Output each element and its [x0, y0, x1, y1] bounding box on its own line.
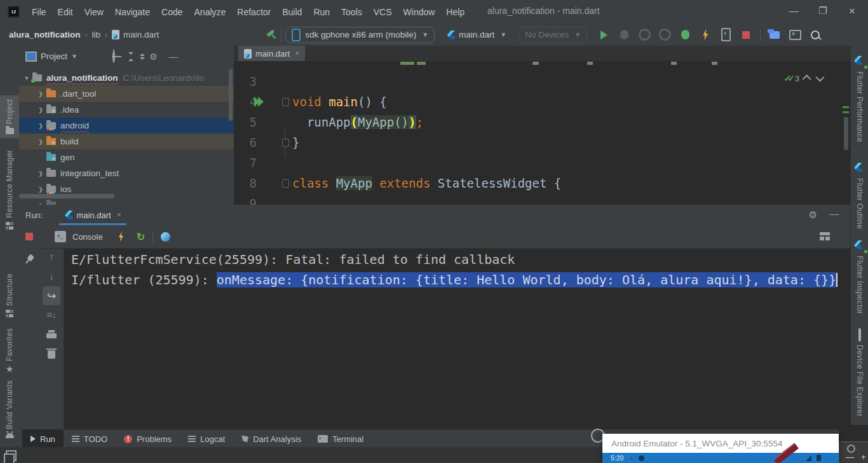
stop-button[interactable]	[739, 28, 753, 42]
bottom-tab-dart-analysis[interactable]: Dart Analysis	[233, 430, 309, 448]
console-tab[interactable]: Console	[72, 232, 103, 242]
menu-view[interactable]: View	[79, 4, 109, 20]
sidebar-item-flutter-inspector[interactable]: Flutter Inspector	[851, 237, 868, 318]
menu-file[interactable]: File	[26, 4, 52, 20]
code-line-7[interactable]: 7	[234, 153, 841, 173]
sidebar-item-structure[interactable]: Structure	[0, 270, 19, 321]
soft-wrap-icon[interactable]: ↪	[43, 286, 60, 305]
coverage-button[interactable]	[658, 28, 672, 42]
menu-edit[interactable]: Edit	[52, 4, 79, 20]
fold-marker-icon[interactable]	[282, 179, 289, 188]
hot-restart-button[interactable]	[719, 28, 733, 42]
chevron-right-icon[interactable]: ❯	[37, 123, 44, 129]
build-hammer-icon[interactable]	[265, 27, 280, 42]
tree-row-integration_test[interactable]: ❯integration_test	[19, 165, 234, 181]
chevron-right-icon[interactable]: ❯	[37, 91, 44, 97]
device-manager-button[interactable]	[788, 28, 802, 42]
menu-run[interactable]: Run	[308, 4, 336, 20]
fold-marker-icon[interactable]	[282, 139, 289, 147]
tree-row-gen[interactable]: ✳gen	[19, 149, 234, 165]
code-line-4[interactable]: 4void main() {	[234, 92, 841, 112]
fold-marker-icon[interactable]	[282, 98, 289, 106]
chevron-down-icon[interactable]: ▾	[23, 74, 31, 81]
sidebar-item-device-file-explorer[interactable]: Device File Explorer	[851, 326, 868, 420]
emulator-minimize-icon[interactable]: —	[846, 452, 854, 462]
profile-button[interactable]	[637, 28, 651, 42]
maximize-button[interactable]: ❐	[813, 5, 832, 17]
project-view-selector[interactable]: Project	[41, 52, 67, 61]
sidebar-item-project[interactable]: Project	[0, 95, 19, 138]
tree-row-idea[interactable]: ❯✳.idea	[19, 102, 234, 118]
bottom-tab-problems[interactable]: !Problems	[116, 430, 180, 448]
android-emulator-window[interactable]: Android Emulator - 5.1_WVGA_API_30:5554 …	[602, 434, 839, 463]
tree-row-android[interactable]: ❯android	[19, 118, 234, 134]
chevron-down-icon[interactable]: ▼	[71, 53, 78, 60]
settings-gear-icon[interactable]: ⚙	[809, 209, 817, 221]
flutter-devices-dropdown[interactable]: No Devices▼	[519, 27, 587, 43]
clear-console-icon[interactable]	[39, 343, 64, 363]
run-line-icon[interactable]	[258, 97, 264, 107]
flutter-attach-button[interactable]	[678, 28, 692, 42]
pin-tab-icon[interactable]	[22, 252, 37, 267]
up-stack-trace-icon[interactable]: ↑	[39, 248, 64, 267]
menu-vcs[interactable]: VCS	[368, 4, 398, 20]
console-line-2[interactable]: I/flutter (25599): onMessage: {notificat…	[71, 270, 837, 290]
menu-code[interactable]: Code	[156, 4, 188, 20]
code-line-9[interactable]: 9	[234, 193, 841, 205]
sidebar-item-build-variants[interactable]: Build Variants	[0, 377, 19, 442]
breadcrumb-project[interactable]: alura_notification	[9, 30, 81, 39]
console-output[interactable]: E/FlutterFcmService(25599): Fatal: faile…	[71, 249, 837, 290]
run-button[interactable]	[597, 28, 611, 42]
hide-panel-button[interactable]: —	[829, 208, 839, 219]
bottom-tab-terminal[interactable]: ›Terminal	[309, 430, 372, 448]
emulator-side-toolbar[interactable]: — +	[839, 441, 868, 463]
tab-main-dart[interactable]: main.dart ×	[238, 46, 305, 61]
chevron-right-icon[interactable]: ❯	[37, 139, 44, 145]
minimize-button[interactable]: —	[784, 5, 803, 16]
print-icon[interactable]	[39, 324, 64, 343]
tree-row-build[interactable]: ❯✳build	[19, 134, 234, 149]
locate-file-button[interactable]	[112, 52, 115, 62]
breadcrumb-file[interactable]: main.dart	[123, 30, 159, 39]
hot-reload-button[interactable]	[698, 28, 712, 42]
code-line-3[interactable]: 3	[234, 71, 841, 92]
chevron-right-icon[interactable]: ❯	[37, 186, 44, 193]
bottom-tab-todo[interactable]: TODO	[64, 430, 116, 448]
sidebar-item-flutter-performance[interactable]: Flutter Performance	[851, 52, 868, 146]
editor-scrollbar[interactable]	[844, 117, 848, 150]
menu-tools[interactable]: Tools	[336, 4, 368, 20]
tree-vertical-scrollbar[interactable]	[229, 69, 233, 121]
breadcrumb-lib[interactable]: lib	[92, 30, 101, 39]
run-tab-main-dart[interactable]: main.dart ×	[59, 205, 126, 225]
menu-refactor[interactable]: Refactor	[231, 4, 276, 20]
code-line-5[interactable]: 5 runApp(MyApp());	[234, 112, 841, 132]
menu-help[interactable]: Help	[440, 4, 470, 20]
code-line-8[interactable]: 8class MyApp extends StatelessWidget {	[234, 173, 841, 193]
device-selector-dropdown[interactable]: sdk gphone x86 arm (mobile)▼	[285, 27, 435, 43]
menu-window[interactable]: Window	[398, 4, 441, 20]
prev-problem-icon[interactable]	[803, 74, 811, 83]
inspection-widget[interactable]: ✓✓ 3	[783, 73, 822, 83]
hot-restart-icon[interactable]: ↻	[137, 231, 145, 243]
hot-reload-icon[interactable]	[117, 232, 125, 242]
down-stack-trace-icon[interactable]: ↓	[39, 267, 64, 286]
emulator-title-bar[interactable]: Android Emulator - 5.1_WVGA_API_30:5554	[602, 434, 839, 453]
close-tab-icon[interactable]: ×	[295, 49, 299, 58]
open-devtools-icon[interactable]	[161, 232, 170, 242]
sidebar-item-favorites[interactable]: Favorites★	[0, 324, 19, 377]
menu-analyze[interactable]: Analyze	[189, 4, 232, 20]
sidebar-item-flutter-outline[interactable]: Flutter Outline	[851, 159, 868, 233]
emulator-zoom-icon[interactable]: +	[861, 452, 866, 462]
sidebar-item-resource-manager[interactable]: Resource Manager	[0, 146, 19, 233]
console-line-1[interactable]: E/FlutterFcmService(25599): Fatal: faile…	[71, 249, 837, 270]
tree-horizontal-scrollbar[interactable]	[19, 194, 114, 198]
tool-window-switcher-icon[interactable]	[6, 450, 17, 461]
chevron-right-icon[interactable]: ❯	[37, 170, 44, 177]
code-line-6[interactable]: 6}	[234, 132, 841, 153]
close-button[interactable]: ×	[843, 5, 862, 18]
bottom-tab-run[interactable]: Run	[22, 430, 64, 448]
project-structure-button[interactable]	[768, 28, 782, 42]
code-area[interactable]: 34void main() {5 runApp(MyApp());6}78cla…	[234, 71, 841, 205]
search-everywhere-icon[interactable]	[808, 28, 822, 42]
chevron-right-icon[interactable]: ❯	[37, 107, 44, 113]
